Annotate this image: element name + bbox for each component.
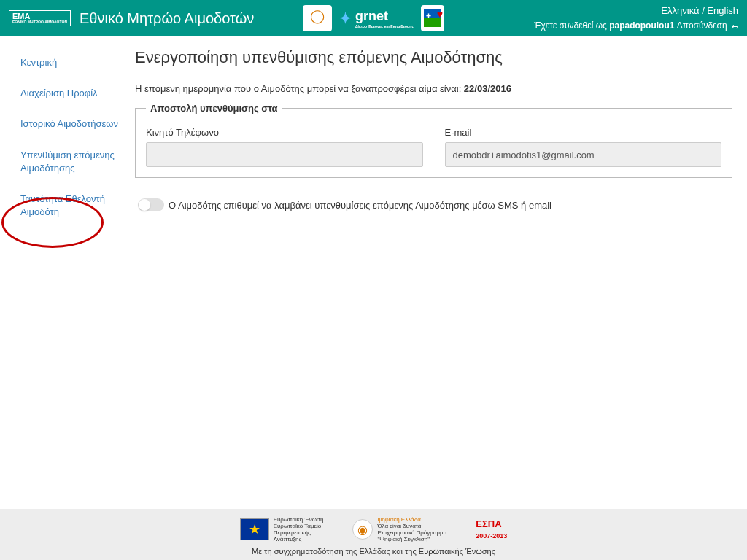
footer-espa: ΕΣΠΑ 2007-2013	[476, 518, 507, 540]
partner-ekea-label: ε.κε.α.	[311, 24, 324, 28]
header-bar: EMA ΕΘΝΙΚΟ ΜΗΤΡΩΟ ΑΙΜΟΔΟΤΩΝ Εθνικό Μητρώ…	[0, 0, 747, 36]
partner-logo-grnet: ✦ grnet Δίκτυο Έρευνας και Εκπαίδευσης	[339, 9, 414, 28]
next-date: 22/03/2016	[464, 83, 511, 94]
toggle-row: Ο Αιμοδότης επιθυμεί να λαμβάνει υπενθυμ…	[135, 198, 732, 211]
fields-row: Κινητό Τηλέφωνο E-mail	[146, 127, 721, 167]
swoosh-icon: ✦	[339, 9, 352, 27]
logged-in-prefix: Έχετε συνδεθεί ως	[534, 20, 609, 31]
toggle-label: Ο Αιμοδότης επιθυμεί να λαμβάνει υπενθυμ…	[169, 200, 551, 211]
eu-line2: Ευρωπαϊκό Ταμείο	[274, 523, 324, 529]
logout-link[interactable]: Αποσύνδεση	[674, 20, 738, 31]
eu-line3: Περιφερειακής	[274, 529, 324, 536]
eu-line4: Ανάπτυξης	[274, 536, 324, 542]
footer: ★ Ευρωπαϊκή Ένωση Ευρωπαϊκό Ταμείο Περιφ…	[0, 509, 747, 560]
partner-logos: ◯ ε.κε.α. ✦ grnet Δίκτυο Έρευνας και Εκπ…	[303, 5, 444, 31]
email-label: E-mail	[445, 127, 722, 138]
eu-flag-icon: ★	[240, 518, 269, 540]
footer-digital-greece: ◉ ψηφιακή Ελλάδα Όλα είναι δυνατά Επιχει…	[352, 516, 446, 542]
logout-icon	[729, 20, 738, 31]
reminder-toggle[interactable]	[138, 198, 164, 211]
sidebar-item-history[interactable]: Ιστορικό Αιμοδοτήσεων	[6, 109, 128, 139]
fieldset-legend: Αποστολή υπενθύμισης στα	[146, 103, 282, 114]
info-prefix: Η επόμενη ημερομηνία που ο Αιμοδότης μπο…	[135, 83, 464, 94]
sidebar-item-identity[interactable]: Ταυτότητα Εθελοντή Αιμοδότη	[6, 184, 128, 228]
app-title: Εθνικό Μητρώο Αιμοδοτών	[80, 10, 254, 27]
eu-line1: Ευρωπαϊκή Ένωση	[274, 516, 324, 523]
lang-english[interactable]: English	[707, 5, 738, 16]
dg-line4: "Ψηφιακή Σύγκλιση"	[377, 536, 446, 542]
dg-line1: ψηφιακή Ελλάδα	[377, 516, 446, 523]
dg-icon: ◉	[352, 519, 373, 540]
espa-text: ΕΣΠΑ	[476, 518, 501, 529]
espa-label: ΕΣΠΑ 2007-2013	[476, 518, 507, 540]
lang-separator: /	[700, 5, 708, 16]
donor-icon: ◯	[310, 8, 325, 24]
logout-label: Αποσύνδεση	[674, 20, 729, 31]
sidebar: Κεντρική Διαχείριση Προφίλ Ιστορικό Αιμο…	[0, 36, 128, 228]
partner-grnet-label: grnet	[355, 9, 388, 23]
dg-line3: Επιχειρησιακό Πρόγραμμα	[377, 529, 446, 536]
sidebar-item-home[interactable]: Κεντρική	[6, 47, 128, 78]
partner-logo-health: ♥	[421, 5, 444, 31]
header-right: Ελληνικά / English Έχετε συνδεθεί ως pap…	[534, 4, 738, 33]
dg-line2: Όλα είναι δυνατά	[377, 523, 446, 529]
phone-label: Κινητό Τηλέφωνο	[146, 127, 423, 138]
sidebar-item-profile[interactable]: Διαχείριση Προφίλ	[6, 78, 128, 109]
main-content: Ενεργοποίηση υπενθύμισης επόμενης Αιμοδό…	[128, 36, 747, 228]
partner-logo-ekea: ◯ ε.κε.α.	[303, 5, 332, 31]
page-title: Ενεργοποίηση υπενθύμισης επόμενης Αιμοδό…	[135, 48, 732, 67]
email-input[interactable]	[445, 142, 722, 167]
footer-cofin-text: Με τη συγχρηματοδότηση της Ελλάδας και τ…	[0, 547, 747, 556]
reminder-fieldset: Αποστολή υπενθύμισης στα Κινητό Τηλέφωνο…	[135, 103, 732, 178]
heart-icon: ♥	[437, 8, 443, 20]
espa-years: 2007-2013	[476, 532, 507, 540]
username: papadopoulou1	[609, 20, 674, 31]
next-donation-info: Η επόμενη ημερομηνία που ο Αιμοδότης μπο…	[135, 83, 732, 94]
partner-grnet-sub: Δίκτυο Έρευνας και Εκπαίδευσης	[355, 24, 414, 28]
footer-logos: ★ Ευρωπαϊκή Ένωση Ευρωπαϊκό Ταμείο Περιφ…	[0, 516, 747, 542]
lang-greek[interactable]: Ελληνικά	[661, 5, 699, 16]
footer-eu: ★ Ευρωπαϊκή Ένωση Ευρωπαϊκό Ταμείο Περιφ…	[240, 516, 324, 542]
phone-field-wrap: Κινητό Τηλέφωνο	[146, 127, 423, 167]
app-logo: EMA ΕΘΝΙΚΟ ΜΗΤΡΩΟ ΑΙΜΟΔΟΤΩΝ	[9, 10, 71, 26]
logo-subtext: ΕΘΝΙΚΟ ΜΗΤΡΩΟ ΑΙΜΟΔΟΤΩΝ	[12, 20, 67, 24]
health-icon: ♥	[424, 9, 441, 27]
phone-input[interactable]	[146, 142, 423, 167]
sidebar-item-reminder[interactable]: Υπενθύμιση επόμενης Αιμοδότησης	[6, 140, 128, 184]
email-field-wrap: E-mail	[445, 127, 722, 167]
toggle-knob	[139, 199, 150, 211]
